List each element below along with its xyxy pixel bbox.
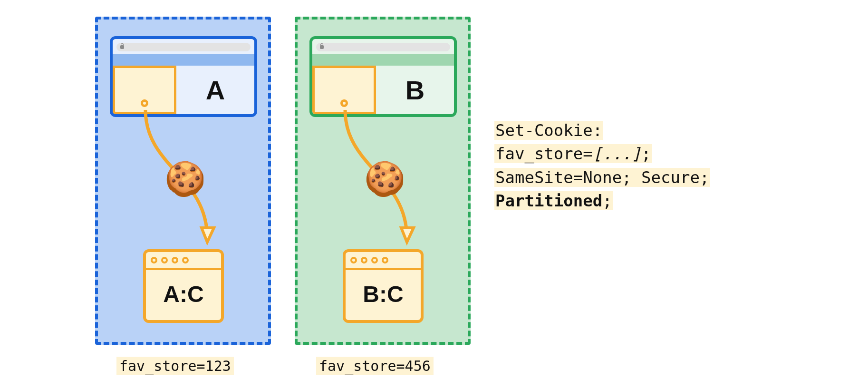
target-label-b: B:C (346, 270, 421, 318)
cookie-value-b: fav_store=456 (316, 357, 434, 375)
site-label-a: A (176, 66, 254, 114)
window-dot-icon (361, 257, 367, 263)
window-dot-icon (382, 257, 388, 263)
lock-icon (120, 45, 124, 49)
window-dot-icon (172, 257, 178, 263)
partition-a: A 🍪 A:C (95, 17, 271, 345)
window-dot-icon (161, 257, 168, 263)
target-label-a: A:C (146, 270, 221, 318)
diagram-canvas: A 🍪 A:C (10, 10, 868, 390)
nav-strip (113, 54, 254, 66)
code-line-1: Set-Cookie: (494, 121, 603, 140)
browser-content: B (312, 66, 454, 114)
anchor-dot-icon (340, 99, 348, 107)
lock-icon (320, 45, 324, 49)
partition-b: B 🍪 B:C (295, 17, 471, 345)
browser-content: A (113, 66, 254, 114)
window-dot-icon (182, 257, 189, 263)
iframe-embed (113, 66, 176, 114)
window-dot-icon (350, 257, 357, 263)
window-dot-icon (151, 257, 157, 263)
anchor-dot-icon (141, 99, 148, 107)
target-titlebar (346, 252, 421, 270)
address-bar (316, 43, 450, 51)
nav-strip (312, 54, 454, 66)
site-label-b: B (376, 66, 454, 114)
iframe-embed (312, 66, 376, 114)
browser-window-a: A (110, 36, 257, 117)
target-titlebar (146, 252, 221, 270)
code-line-3: SameSite=None; Secure; (494, 168, 710, 187)
cookie-icon: 🍪 (164, 162, 206, 195)
address-bar (116, 43, 251, 51)
window-dot-icon (371, 257, 378, 263)
code-line-2: fav_store=[...]; (494, 144, 652, 163)
set-cookie-header-code: Set-Cookie: fav_store=[...]; SameSite=No… (494, 119, 710, 213)
browser-window-b: B (309, 36, 457, 117)
cookie-icon: 🍪 (364, 162, 405, 195)
cookie-value-a: fav_store=123 (116, 357, 234, 375)
code-line-4: Partitioned; (494, 191, 613, 210)
partition-target-b: B:C (343, 249, 424, 323)
partition-target-a: A:C (143, 249, 224, 323)
